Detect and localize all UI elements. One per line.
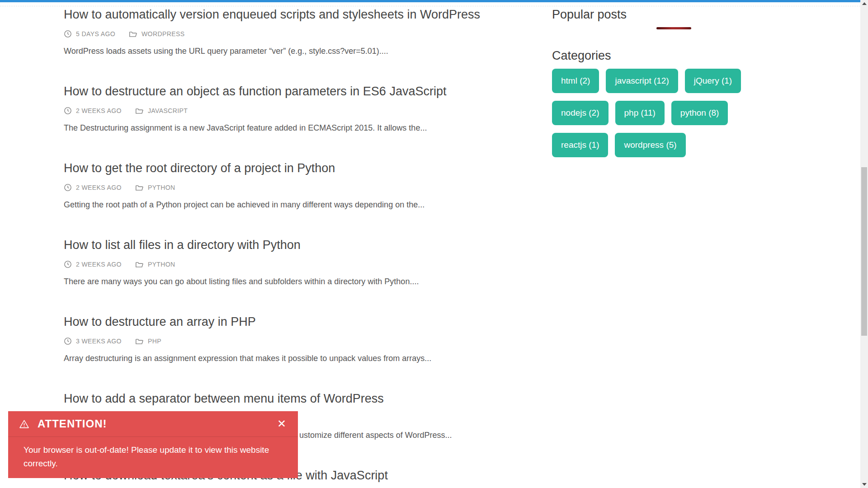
post-item: How to destructure an array in PHP 3 WEE… [64, 313, 523, 364]
post-item: How to get the root directory of a proje… [64, 160, 523, 210]
category-tag-button[interactable]: javascript (12) [606, 69, 678, 93]
alert-close-icon[interactable]: ✕ [277, 418, 286, 429]
post-title-link[interactable]: How to destructure an object as function… [64, 83, 523, 100]
clock-icon [64, 337, 72, 345]
post-meta: 5 DAYS AGO WORDPRESS [64, 29, 523, 38]
post-item: How to list all files in a directory wit… [64, 236, 523, 287]
category-tag-list: html (2) javascript (12) jQuery (1) node… [552, 69, 751, 157]
alert-title: ATTENTION! [38, 418, 107, 430]
alert-header: ATTENTION! ✕ [8, 411, 298, 437]
post-excerpt: Array destructuring is an assignment exp… [64, 353, 523, 364]
browser-outdated-alert: ATTENTION! ✕ Your browser is out-of-date… [8, 411, 298, 478]
post-title-link[interactable]: How to add a separator between menu item… [64, 390, 523, 407]
clock-icon [64, 260, 72, 268]
category-tag-button[interactable]: html (2) [552, 69, 599, 93]
warning-triangle-icon [19, 419, 29, 429]
scrollbar-down-arrow[interactable] [860, 481, 868, 488]
post-category-link[interactable]: JAVASCRIPT [148, 107, 188, 114]
post-meta: 2 WEEKS AGO PYTHON [64, 183, 523, 192]
clock-icon [64, 30, 72, 38]
post-title-link[interactable]: How to destructure an array in PHP [64, 313, 523, 330]
post-category-link[interactable]: PYTHON [148, 261, 175, 268]
post-category-link[interactable]: WORDPRESS [142, 30, 184, 38]
post-date: 2 WEEKS AGO [76, 107, 122, 114]
post-item: How to destructure an object as function… [64, 83, 523, 133]
post-meta: 2 WEEKS AGO JAVASCRIPT [64, 106, 523, 115]
post-date: 3 WEEKS AGO [76, 338, 122, 345]
scrollbar-up-arrow[interactable] [860, 0, 868, 7]
folder-icon [135, 261, 144, 268]
alert-message: Your browser is out-of-date! Please upda… [8, 437, 298, 470]
widget-divider [656, 27, 691, 29]
category-tag-button[interactable]: reactjs (1) [552, 133, 608, 157]
post-excerpt: There are many ways you can go about lis… [64, 276, 523, 287]
popular-posts-heading: Popular posts [552, 6, 751, 23]
post-excerpt: Getting the root path of a Python projec… [64, 199, 523, 210]
post-category-link[interactable]: PYTHON [148, 184, 175, 191]
post-title-link[interactable]: How to automatically version enqueued sc… [64, 6, 523, 23]
page-load-progress-bar [0, 0, 860, 2]
post-meta: 2 WEEKS AGO PYTHON [64, 260, 523, 269]
post-excerpt: The Destructuring assignment is a new Ja… [64, 122, 523, 133]
categories-heading: Categories [552, 47, 751, 64]
post-date: 2 WEEKS AGO [76, 261, 122, 268]
post-excerpt: WordPress loads assets using the URL que… [64, 46, 523, 56]
post-title-link[interactable]: How to get the root directory of a proje… [64, 160, 523, 177]
post-date: 5 DAYS AGO [76, 30, 115, 38]
category-tag-button[interactable]: nodejs (2) [552, 101, 609, 125]
clock-icon [64, 183, 72, 192]
folder-icon [135, 107, 144, 115]
sidebar: Popular posts Categories html (2) javasc… [552, 6, 751, 157]
vertical-scrollbar[interactable] [860, 0, 868, 488]
category-tag-button[interactable]: php (11) [615, 101, 665, 125]
folder-icon [129, 30, 137, 38]
post-category-link[interactable]: PHP [148, 338, 161, 345]
post-item: How to automatically version enqueued sc… [64, 6, 523, 56]
post-date: 2 WEEKS AGO [76, 184, 122, 191]
scrollbar-thumb[interactable] [861, 167, 867, 336]
clock-icon [64, 107, 72, 115]
post-meta: 3 WEEKS AGO PHP [64, 337, 523, 346]
folder-icon [135, 338, 144, 345]
category-tag-button[interactable]: python (8) [671, 101, 728, 125]
category-tag-button[interactable]: jQuery (1) [685, 69, 741, 93]
category-tag-button[interactable]: wordpress (5) [615, 133, 685, 157]
folder-icon [135, 184, 144, 192]
post-title-link[interactable]: How to list all files in a directory wit… [64, 236, 523, 253]
